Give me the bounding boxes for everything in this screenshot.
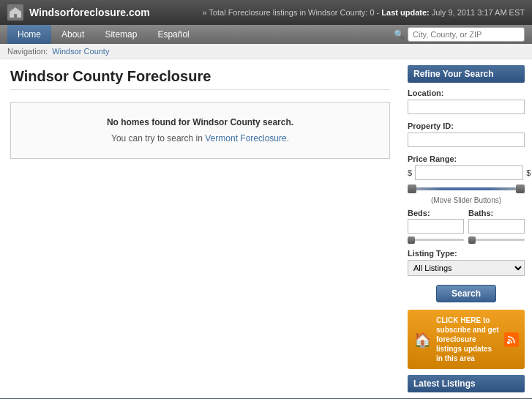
property-id-input[interactable] <box>408 133 525 147</box>
house-icon: 🏠 <box>413 331 432 348</box>
price-row: $ $ <box>408 165 525 180</box>
logo-area: Windsorforeclosure.com <box>7 4 150 20</box>
subscribe-text: CLICK HERE to subscribe and get foreclos… <box>436 316 500 363</box>
slider-handle-left[interactable] <box>408 184 416 193</box>
sidebar: Refine Your Search Location: Property ID… <box>400 59 532 398</box>
refine-search-title: Refine Your Search <box>408 65 525 83</box>
beds-label: Beds: <box>408 209 464 217</box>
property-id-label: Property ID: <box>408 122 525 130</box>
location-label: Location: <box>408 89 525 97</box>
subscribe-box[interactable]: 🏠 CLICK HERE to subscribe and get forecl… <box>408 310 525 369</box>
no-results-end: . <box>287 133 289 143</box>
main-content: Windsor County Foreclosure No homes foun… <box>0 59 532 398</box>
beds-input[interactable] <box>408 219 464 234</box>
slider-handle-right[interactable] <box>516 184 525 193</box>
page-title: Windsor County Foreclosure <box>10 68 390 90</box>
logo-icon <box>7 4 23 20</box>
price-from-input[interactable] <box>415 165 523 180</box>
price-from-prefix: $ <box>408 168 412 177</box>
navbar: Home About Sitemap Español 🔍 <box>0 25 532 44</box>
baths-slider-track <box>468 239 525 241</box>
last-update-value: July 9, 2011 3:17 AM EST <box>430 8 525 17</box>
latest-listings-title: Latest Listings <box>408 375 525 392</box>
nav-links: Home About Sitemap Español <box>7 25 200 44</box>
header-search-input[interactable] <box>408 27 525 42</box>
header-search-area: 🔍 <box>394 27 525 42</box>
beds-col: Beds: <box>408 209 464 245</box>
logo-text: Windsorforeclosure.com <box>29 7 150 18</box>
content-area: Windsor County Foreclosure No homes foun… <box>0 59 400 398</box>
baths-slider-handle[interactable] <box>468 236 476 244</box>
listing-type-select[interactable]: All Listings <box>408 260 525 276</box>
header: Windsorforeclosure.com » Total Foreclosu… <box>0 0 532 25</box>
slider-track <box>408 187 525 190</box>
beds-slider-handle[interactable] <box>408 236 415 244</box>
vermont-foreclosure-link[interactable]: Vermont Foreclosure <box>205 133 286 143</box>
breadcrumb-label: Navigation: <box>7 47 48 56</box>
last-update-label: Last update: <box>381 8 429 17</box>
price-to-prefix: $ <box>526 168 531 177</box>
baths-col: Baths: <box>468 209 525 245</box>
beds-baths-row: Beds: Baths: <box>408 209 525 245</box>
sidebar-search-button[interactable]: Search <box>436 285 496 302</box>
rss-icon <box>504 332 519 347</box>
info-text: » Total Foreclosure listings in Windsor … <box>202 8 381 17</box>
baths-input[interactable] <box>468 219 525 234</box>
no-results-box: No homes found for Windsor County search… <box>10 102 390 159</box>
baths-slider[interactable] <box>468 236 525 245</box>
breadcrumb: Navigation: Windsor County <box>0 44 532 59</box>
breadcrumb-link[interactable]: Windsor County <box>52 47 109 56</box>
baths-label: Baths: <box>468 209 525 217</box>
no-results-sub-text: You can try to search in <box>111 133 205 143</box>
svg-point-2 <box>507 341 510 344</box>
no-results-sub: You can try to search in Vermont Foreclo… <box>26 133 375 143</box>
price-range-label: Price Range: <box>408 154 525 163</box>
price-slider[interactable] <box>408 183 525 195</box>
nav-item-espanol[interactable]: Español <box>147 25 199 44</box>
beds-slider-track <box>408 239 464 241</box>
beds-slider[interactable] <box>408 236 464 245</box>
search-icon: 🔍 <box>394 29 405 40</box>
nav-item-sitemap[interactable]: Sitemap <box>94 25 147 44</box>
nav-item-about[interactable]: About <box>51 25 94 44</box>
no-results-title: No homes found for Windsor County search… <box>26 117 375 127</box>
nav-item-home[interactable]: Home <box>7 25 51 44</box>
location-input[interactable] <box>408 100 525 114</box>
listing-type-label: Listing Type: <box>408 249 525 258</box>
header-info: » Total Foreclosure listings in Windsor … <box>202 8 525 17</box>
slider-note: (Move Slider Buttons) <box>408 196 525 204</box>
